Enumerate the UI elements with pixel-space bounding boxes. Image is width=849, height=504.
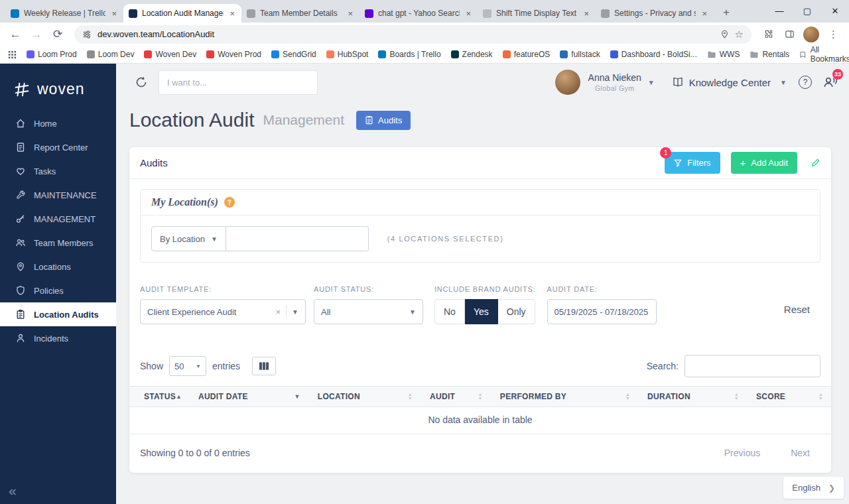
bookmark-star-icon[interactable]: ☆ [735, 29, 744, 40]
column-header-duration[interactable]: DURATION ▲▼ [638, 387, 747, 407]
brand-option-no[interactable]: No [434, 299, 465, 324]
question-badge-icon[interactable]: ? [224, 197, 235, 208]
bookmark-item[interactable]: Loom Dev [87, 50, 135, 59]
tab-yahoo-search[interactable]: chat gpt - Yahoo Search Re... × [359, 4, 478, 23]
home-icon [15, 118, 26, 129]
tab-location-audit[interactable]: Location Audit Managem... × [123, 4, 241, 23]
folder-icon [707, 50, 716, 58]
tab-close-icon[interactable]: × [464, 9, 472, 19]
maximize-icon[interactable]: ▢ [793, 0, 821, 22]
sidebar-item-management[interactable]: MANAGEMENT [0, 207, 116, 231]
clear-icon[interactable]: × [276, 307, 281, 317]
audits-chip[interactable]: Audits [356, 111, 411, 130]
column-header-performed-by[interactable]: PERFORMED BY ▲▼ [491, 387, 638, 407]
bookmark-item[interactable]: HubSpot [326, 50, 369, 59]
edit-pencil-icon[interactable] [811, 158, 820, 168]
tab-close-icon[interactable]: × [346, 9, 354, 19]
back-icon[interactable]: ← [5, 25, 25, 44]
tab-close-icon[interactable]: × [700, 9, 708, 19]
sidebar-collapse-icon[interactable]: « [9, 483, 17, 499]
bookmark-item[interactable]: Dashboard - BoldSi... [610, 50, 697, 59]
tab-weekly-release[interactable]: Weekly Release | Trello × [5, 4, 123, 23]
next-page-button[interactable]: Next [791, 448, 810, 458]
audit-date-input[interactable] [547, 299, 657, 324]
tab-close-icon[interactable]: × [110, 9, 118, 19]
side-panel-icon[interactable] [779, 25, 799, 44]
brand-option-only[interactable]: Only [498, 299, 535, 324]
sidebar-item-home[interactable]: Home [0, 111, 116, 135]
bookmark-label: Dashboard - BoldSi... [621, 50, 697, 59]
sidebar-item-location-audits[interactable]: Location Audits [0, 302, 116, 326]
bookmark-folder[interactable]: Rentals [750, 50, 789, 59]
all-bookmarks-button[interactable]: All Bookmarks [799, 45, 849, 64]
sidebar-item-report-center[interactable]: Report Center [0, 135, 116, 159]
tune-icon[interactable] [82, 30, 92, 39]
location-pin-icon[interactable] [720, 30, 729, 38]
tab-team-member[interactable]: Team Member Details × [241, 4, 359, 23]
column-visibility-button[interactable] [252, 357, 276, 375]
template-caret-icon: ▼ [292, 308, 298, 316]
column-header-audit[interactable]: AUDIT ▲▼ [421, 387, 491, 407]
url-text[interactable]: dev.woven.team/LocationAudit [98, 29, 714, 39]
apps-grid-icon[interactable] [8, 50, 17, 59]
sidebar-item-team-members[interactable]: Team Members [0, 231, 116, 255]
help-icon[interactable]: ? [799, 76, 812, 89]
bookmark-item[interactable]: Loom Prod [27, 50, 77, 59]
minimize-icon[interactable]: — [765, 0, 793, 22]
add-audit-button[interactable]: + Add Audit [731, 152, 797, 174]
column-header-score[interactable]: SCORE ▲▼ [747, 387, 831, 407]
browser-chrome: Weekly Release | Trello × Location Audit… [0, 0, 849, 64]
browser-menu-icon[interactable]: ⋮ [823, 29, 844, 40]
bookmark-item[interactable]: featureOS [503, 50, 551, 59]
reset-button[interactable]: Reset [773, 304, 820, 315]
knowledge-center-label: Knowledge Center [689, 77, 771, 88]
bookmark-item[interactable]: SendGrid [271, 50, 316, 59]
user-avatar[interactable] [555, 70, 580, 95]
previous-page-button[interactable]: Previous [724, 448, 760, 458]
column-header-audit-date[interactable]: AUDIT DATE ▼ [189, 387, 308, 407]
sidebar-item-tasks[interactable]: Tasks [0, 159, 116, 183]
filters-button-label: Filters [687, 158, 710, 168]
page-length-select[interactable]: 50 ▼ [169, 356, 206, 376]
address-bar[interactable]: dev.woven.team/LocationAudit ☆ [74, 25, 751, 44]
audit-status-select[interactable]: All ▼ [314, 299, 423, 324]
tab-settings[interactable]: Settings - Privacy and secur... × [596, 4, 714, 23]
brand-option-yes[interactable]: Yes [465, 299, 498, 324]
table-search-input[interactable] [685, 355, 820, 377]
tab-close-icon[interactable]: × [228, 9, 236, 19]
map-pin-icon [15, 261, 26, 272]
sidebar-item-maintenance[interactable]: MAINTENANCE [0, 183, 116, 207]
sidebar-item-locations[interactable]: Locations [0, 255, 116, 279]
profile-avatar[interactable] [803, 27, 819, 42]
audit-template-select[interactable]: Client Experience Audit × ▼ [140, 299, 306, 324]
sidebar-item-policies[interactable]: Policies [0, 279, 116, 302]
bookmark-item[interactable]: Boards | Trello [378, 50, 440, 59]
bookmark-item[interactable]: Woven Prod [206, 50, 261, 59]
bookmark-folder[interactable]: WWS [707, 50, 740, 59]
by-location-dropdown[interactable]: By Location ▼ [151, 226, 226, 251]
refresh-icon[interactable] [135, 76, 148, 89]
new-tab-button[interactable]: + [718, 4, 735, 21]
user-block[interactable]: Anna Nieken Global Gym [588, 72, 641, 92]
reload-icon[interactable]: ⟳ [48, 25, 68, 44]
location-search-input[interactable] [226, 226, 369, 251]
language-selector[interactable]: English ❯ [783, 477, 844, 499]
sidebar-item-incidents[interactable]: Incidents [0, 326, 116, 350]
bookmark-item[interactable]: fullstack [560, 50, 600, 59]
bookmark-item[interactable]: Woven Dev [144, 50, 196, 59]
announcements-icon[interactable]: 33 [822, 75, 838, 90]
tab-shift-time[interactable]: Shift Time Display Text × [478, 4, 596, 23]
column-header-location[interactable]: LOCATION ▲▼ [308, 387, 421, 407]
tab-close-icon[interactable]: × [582, 9, 590, 19]
i-want-to-input[interactable] [159, 70, 318, 95]
close-icon[interactable]: ✕ [821, 0, 849, 22]
bookmark-item[interactable]: Zendesk [451, 50, 493, 59]
extensions-puzzle-icon[interactable] [758, 25, 778, 44]
column-header-status[interactable]: STATUS ▲ [129, 387, 189, 407]
knowledge-center-button[interactable]: Knowledge Center ▼ [672, 77, 787, 88]
forward-icon[interactable]: → [27, 25, 46, 44]
tab-title: Settings - Privacy and secur... [614, 9, 696, 18]
user-chevron-down-icon[interactable]: ▼ [648, 79, 655, 86]
sort-both-icon: ▲▼ [478, 393, 483, 401]
filters-button[interactable]: 1 Filters [665, 152, 720, 174]
